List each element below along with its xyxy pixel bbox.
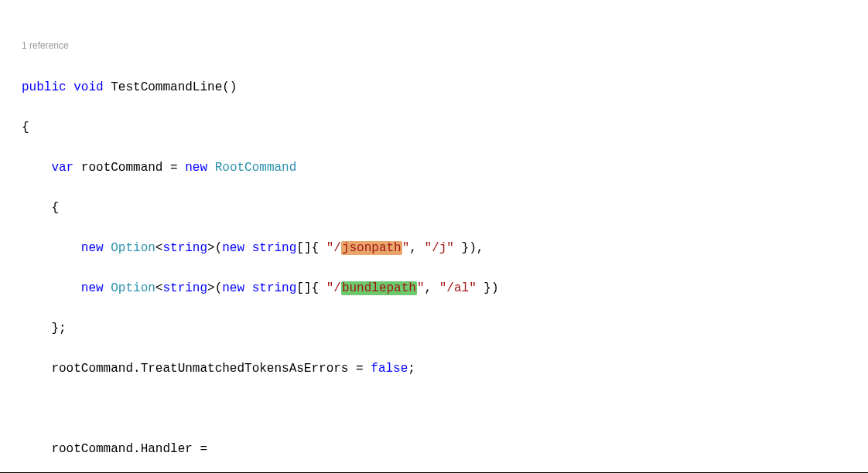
type-option: Option	[111, 281, 155, 295]
codelens-references[interactable]: 1 reference	[22, 36, 868, 56]
type-option: Option	[111, 241, 155, 255]
keyword-public: public	[22, 80, 67, 94]
code-line: rootCommand.TreatUnmatchedTokensAsErrors…	[22, 359, 868, 379]
angle: <	[155, 241, 163, 255]
keyword-var: var	[51, 161, 73, 175]
brace: {	[51, 201, 59, 215]
code-line: var rootCommand = new RootCommand	[22, 158, 868, 178]
code-line: public void TestCommandLine()	[22, 77, 868, 97]
code-line: new Option<string>(new string[]{ "/jsonp…	[22, 238, 868, 258]
text: rootCommand.TreatUnmatchedTokensAsErrors…	[51, 362, 371, 376]
code-editor: 1 reference public void TestCommandLine(…	[0, 0, 868, 473]
keyword-new: new	[222, 281, 244, 295]
code-line: {	[22, 117, 868, 138]
keyword-new: new	[185, 161, 207, 175]
string-literal: "/j"	[425, 241, 454, 255]
text: >(	[207, 281, 222, 295]
semi: ;	[408, 362, 415, 376]
keyword-false: false	[371, 362, 408, 376]
keyword-void: void	[73, 80, 103, 94]
text: >(	[207, 241, 222, 255]
keyword-new: new	[222, 241, 244, 255]
text: }),	[454, 241, 484, 255]
text: })	[477, 281, 499, 295]
keyword-string: string	[252, 281, 297, 295]
brace: {	[22, 121, 29, 134]
keyword-string: string	[162, 241, 207, 255]
string-literal: "/al"	[439, 281, 477, 295]
text: []{	[296, 241, 326, 255]
text: rootCommand.Handler =	[51, 442, 207, 456]
highlight-bundlepath: bundlepath	[341, 281, 417, 295]
string-literal: "	[417, 281, 425, 295]
text: ,	[425, 281, 439, 295]
angle: <	[155, 281, 163, 295]
highlight-jsonpath: jsonpath	[341, 241, 402, 255]
code-line: rootCommand.Handler =	[22, 439, 868, 459]
keyword-string: string	[252, 241, 297, 255]
method-name: TestCommandLine	[111, 80, 222, 94]
string-literal: "	[402, 241, 410, 255]
text: rootCommand =	[73, 161, 185, 175]
text: []{	[296, 281, 326, 295]
brace: };	[51, 322, 66, 335]
keyword-string: string	[162, 281, 207, 295]
keyword-new: new	[81, 241, 104, 255]
parens: ()	[222, 80, 237, 94]
code-line: };	[22, 318, 868, 339]
code-line	[22, 399, 868, 419]
code-line: {	[22, 198, 868, 218]
text: ,	[409, 241, 424, 255]
code-line: new Option<string>(new string[]{ "/bundl…	[22, 278, 868, 298]
string-literal: "/	[326, 241, 341, 255]
string-literal: "/	[326, 281, 341, 295]
keyword-new: new	[81, 281, 104, 295]
type-rootcommand: RootCommand	[215, 161, 297, 175]
